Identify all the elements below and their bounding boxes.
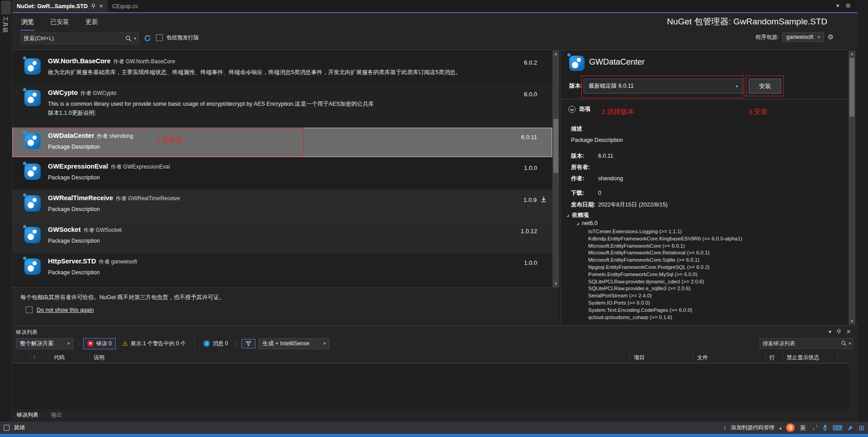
package-version: 1.0.12 — [521, 228, 537, 235]
error-list-toolbar: 整个解决方案 ▾ ✕ 错误 0 ⚠ 展示 1 个警告中的 0 个 i 消息 0 — [16, 338, 854, 349]
nuget-package-icon — [24, 194, 41, 211]
sogou-ime-icon[interactable]: S — [786, 423, 795, 432]
list-item-gwsocket[interactable]: GWSocket作者 GWSocket Package Description … — [12, 221, 552, 253]
package-version: 6.0.2 — [524, 59, 537, 66]
sidebar-tab-toolbox[interactable]: 工具箱 — [1, 16, 9, 33]
search-icon[interactable] — [125, 35, 134, 42]
chevron-down-icon[interactable]: ▾ — [836, 2, 840, 9]
source-value: ganweisoft — [786, 34, 813, 40]
details-scrollbar[interactable]: ▲ ▼ — [849, 51, 855, 324]
scroll-up-icon[interactable]: ▲ — [849, 52, 855, 56]
search-icon[interactable] — [841, 340, 849, 347]
dependency-item: System.IO.Ports (>= 6.0.0) — [588, 300, 742, 307]
list-item-gwexpressioneval[interactable]: GWExpressionEval作者 GWExpressionEval Pack… — [12, 158, 552, 190]
microphone-icon[interactable] — [822, 424, 828, 431]
column-file[interactable]: 文件 — [693, 352, 766, 363]
list-item-gw-north-basecore[interactable]: GW.North.BaseCore作者 GW.North.BaseCore 敢为… — [12, 53, 552, 85]
error-search-box[interactable]: ▾ — [760, 338, 854, 349]
prerelease-checkbox[interactable] — [156, 34, 163, 41]
package-source-dropdown[interactable]: ganweisoft ▾ — [782, 32, 824, 42]
dependencies-header[interactable]: 依赖项 — [566, 211, 589, 219]
dont-show-again-checkbox[interactable] — [26, 306, 33, 313]
scope-dropdown[interactable]: 整个解决方案 ▾ — [16, 338, 74, 349]
column-description[interactable]: 说明 — [90, 352, 630, 363]
dependency-item: Microsoft.EntityFrameworkCore.Sqlite (>=… — [588, 257, 742, 264]
tab-updates[interactable]: 更新 — [85, 16, 99, 31]
ime-language-toggle[interactable]: 英 — [800, 424, 806, 432]
scroll-down-icon[interactable]: ▼ — [552, 282, 559, 286]
package-version: 1.0.9 — [524, 196, 547, 203]
messages-filter-button[interactable]: i 消息 0 — [199, 338, 232, 349]
column-severity-icon[interactable]: ! — [30, 352, 50, 363]
dependency-item: SQLitePCLRaw.provider.e_sqlite3 (>= 2.0.… — [588, 285, 742, 292]
column-suppression[interactable]: 禁止显示状态 — [783, 352, 838, 363]
dependencies-framework[interactable]: net6.0 — [576, 220, 598, 226]
column-code[interactable]: 代码 — [50, 352, 90, 363]
column-line[interactable]: 行 — [766, 352, 783, 363]
error-grid-header: ! 代码 说明 项目 文件 行 禁止显示状态 — [12, 352, 849, 363]
source-label: 程序包源: — [755, 33, 778, 41]
tab-installed[interactable]: 已安装 — [49, 16, 70, 31]
tab-browse[interactable]: 浏览 — [20, 16, 35, 31]
caret-up-icon[interactable]: ▴ — [779, 426, 782, 430]
column-blank[interactable] — [12, 352, 30, 363]
warnings-filter-button[interactable]: ⚠ 展示 1 个警告中的 0 个 — [118, 338, 190, 349]
dependency-item: Microsoft.EntityFrameworkCore (>= 6.0.1) — [588, 243, 742, 250]
download-icon[interactable] — [540, 196, 547, 203]
errors-filter-button[interactable]: ✕ 错误 0 — [83, 338, 116, 349]
pin-icon[interactable] — [837, 329, 841, 334]
prerelease-label: 包括预发行版 — [166, 34, 199, 42]
list-item-httpserver-std[interactable]: HttpServer.STD作者 ganweisoft Package Desc… — [12, 253, 552, 285]
tab-error-list[interactable]: 错误列表 — [14, 410, 41, 420]
scroll-down-icon[interactable]: ▼ — [849, 319, 855, 324]
list-scrollbar[interactable]: ▲ ▼ — [552, 51, 559, 287]
error-grid-empty[interactable] — [12, 364, 849, 409]
field-version: 版本:6.0.11 — [571, 152, 613, 160]
search-options-caret-icon[interactable]: ▾ — [134, 36, 138, 41]
warnings-label: 展示 1 个警告中的 0 个 — [131, 340, 186, 348]
list-item-gwrealtimereceive[interactable]: GWRealTimeReceive作者 GWRealTimeReceive Pa… — [12, 190, 552, 221]
keyboard-icon[interactable]: ⌨ — [833, 424, 843, 432]
annotation-step1: 1.选择包 — [156, 136, 183, 144]
package-name: GWRealTimeReceive — [48, 194, 113, 202]
divider — [194, 339, 195, 348]
source-settings-gear-icon[interactable]: ⚙ — [828, 33, 834, 41]
column-project[interactable]: 项目 — [630, 352, 693, 363]
error-list-title: 错误列表 — [16, 329, 38, 336]
tree-expand-icon — [576, 222, 579, 225]
right-tool-strip: 解决方案资源管理器 Git 更改 属性 — [857, 0, 868, 437]
package-name: GWSocket — [48, 226, 81, 233]
filter-button[interactable] — [241, 339, 255, 348]
close-icon[interactable]: ✕ — [846, 329, 851, 335]
list-item-gwcypto[interactable]: GWCypto作者 GWCypto This is a common libra… — [12, 85, 552, 127]
divider — [236, 339, 237, 348]
ime-punctuation-toggle[interactable]: ，' — [811, 424, 817, 432]
close-icon[interactable]: ✕ — [99, 3, 103, 9]
search-input[interactable] — [21, 35, 125, 42]
error-search-input[interactable] — [760, 340, 841, 347]
scroll-up-icon[interactable]: ▲ — [552, 52, 559, 56]
build-filter-dropdown[interactable]: 生成 + IntelliSense ▾ — [258, 338, 330, 349]
taskbar-edge — [0, 434, 868, 437]
package-search-box[interactable]: ▾ — [20, 33, 139, 44]
chevron-down-icon[interactable]: ▾ — [829, 329, 831, 335]
error-icon: ✕ — [87, 340, 94, 347]
tab-cequip[interactable]: CEquip.cs — [108, 0, 142, 12]
page-title: NuGet 包管理器: GwRandomSample.STD — [667, 16, 827, 28]
wrench-icon[interactable] — [847, 425, 854, 431]
package-author: 作者 GW.North.BaseCore — [113, 58, 175, 65]
scrollbar-thumb[interactable] — [553, 119, 558, 173]
pin-icon[interactable] — [91, 4, 95, 9]
annotation-step3: 3.安装 — [748, 108, 768, 116]
options-expander[interactable]: 选项 — [568, 105, 590, 113]
gear-icon[interactable]: ⚙ — [845, 2, 851, 9]
tab-output[interactable]: 输出 — [48, 410, 65, 420]
description-header: 描述 — [571, 125, 582, 133]
tab-nuget-manager[interactable]: NuGet: GwR...Sample.STD ✕ — [12, 0, 108, 12]
add-to-source-control-button[interactable]: 添加到源代码管理 — [731, 424, 774, 432]
grid-icon[interactable]: ⊞ — [859, 424, 864, 432]
search-options-caret-icon[interactable]: ▾ — [849, 341, 853, 346]
refresh-icon[interactable] — [143, 34, 152, 42]
scrollbar-thumb[interactable] — [849, 58, 854, 117]
package-author: 作者 GWSocket — [84, 227, 122, 233]
